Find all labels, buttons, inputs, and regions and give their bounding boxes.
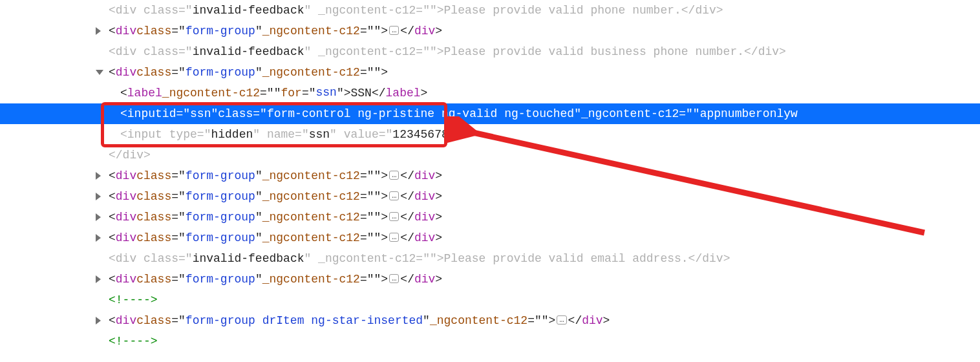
- type-value: hidden: [211, 124, 253, 145]
- dom-node-comment[interactable]: <!---->: [0, 331, 980, 352]
- dom-node-input-hidden[interactable]: <input type="hidden" name="ssn" value="1…: [0, 124, 980, 145]
- tag-name: label: [127, 83, 162, 103]
- attr-class: class: [144, 4, 178, 17]
- dom-node-form-group-collapsed[interactable]: <div class="form-group" _ngcontent-c12="…: [0, 269, 980, 290]
- comment-text: <!---->: [109, 290, 158, 310]
- class-value: form-group: [186, 21, 255, 41]
- name-value: ssn: [309, 124, 330, 145]
- dom-node-form-group-collapsed[interactable]: <div class="form-group" _ngcontent-c12="…: [0, 207, 980, 228]
- ellipsis-icon[interactable]: …: [389, 233, 399, 242]
- dom-node-form-group-collapsed[interactable]: <div class="form-group" _ngcontent-c12="…: [0, 228, 980, 248]
- expand-triangle-icon[interactable]: [96, 172, 101, 180]
- collapse-triangle-icon[interactable]: [96, 70, 103, 75]
- dom-node-form-group-collapsed[interactable]: <div class="form-group" _ngcontent-c12="…: [0, 186, 980, 207]
- ellipsis-icon[interactable]: …: [389, 212, 399, 221]
- attr-class: class: [136, 21, 171, 41]
- dom-node-invalid-feedback[interactable]: <div class="invalid-feedback" _ngcontent…: [0, 248, 980, 269]
- node-text: Please provide valid business phone numb…: [444, 45, 744, 58]
- expand-triangle-icon[interactable]: [96, 275, 101, 283]
- dom-node-invalid-feedback[interactable]: <div class="invalid-feedback" _ngcontent…: [0, 0, 980, 21]
- value-value: 123456789: [392, 124, 455, 145]
- ellipsis-icon[interactable]: …: [557, 315, 566, 325]
- class-value: invalid-feedback: [193, 41, 304, 62]
- dom-node-comment[interactable]: <!---->: [0, 290, 980, 310]
- tag-name: div: [116, 62, 136, 83]
- dom-node-form-group-collapsed[interactable]: <div class="form-group" _ngcontent-c12="…: [0, 165, 980, 186]
- angle-open: <: [109, 4, 116, 17]
- expand-triangle-icon[interactable]: [96, 317, 101, 325]
- attr-for: for: [281, 83, 301, 103]
- tag-name: input: [127, 103, 162, 124]
- dom-node-input-ssn-selected[interactable]: <input id="ssn" class="form-control ng-p…: [0, 103, 980, 124]
- class-value: form-group drItem ng-star-inserted: [186, 310, 423, 331]
- for-value: ssn: [315, 82, 336, 104]
- class-value: form-group: [186, 62, 255, 83]
- expand-triangle-icon[interactable]: [96, 193, 101, 200]
- ellipsis-icon[interactable]: …: [389, 171, 399, 180]
- ellipsis-icon[interactable]: …: [389, 274, 399, 283]
- attr-ngcontent: _ngcontent-c12: [318, 4, 416, 17]
- node-text: Please provide valid email address.: [444, 252, 688, 265]
- dom-node-form-group-dritem[interactable]: <div class="form-group drItem ng-star-in…: [0, 310, 980, 331]
- ellipsis-icon[interactable]: …: [389, 191, 399, 200]
- label-text: SSN: [351, 83, 372, 103]
- id-value: ssn: [190, 103, 211, 124]
- attr-ngcontent: _ngcontent-c12: [262, 21, 360, 41]
- dom-node-form-group-expanded[interactable]: <div class="form-group" _ngcontent-c12="…: [0, 62, 980, 83]
- tag-name: div: [116, 4, 144, 17]
- expand-triangle-icon[interactable]: [96, 27, 101, 35]
- expand-triangle-icon[interactable]: [96, 213, 101, 221]
- class-value: invalid-feedback: [193, 0, 304, 21]
- tag-name: div: [116, 21, 136, 41]
- dom-node-invalid-feedback[interactable]: <div class="invalid-feedback" _ngcontent…: [0, 41, 980, 62]
- comment-text: <!---->: [109, 331, 158, 352]
- dom-node-label[interactable]: <label _ngcontent-c12="" for="ssn">SSN</…: [0, 83, 980, 103]
- node-text: Please provide valid phone number.: [444, 4, 681, 17]
- ellipsis-icon[interactable]: …: [389, 26, 399, 35]
- dom-node-close-div[interactable]: </div>: [0, 145, 980, 165]
- class-value: form-control ng-pristine ng-valid ng-tou…: [267, 103, 574, 124]
- dom-node-form-group-collapsed[interactable]: <div class="form-group" _ngcontent-c12="…: [0, 21, 980, 41]
- expand-triangle-icon[interactable]: [96, 234, 101, 242]
